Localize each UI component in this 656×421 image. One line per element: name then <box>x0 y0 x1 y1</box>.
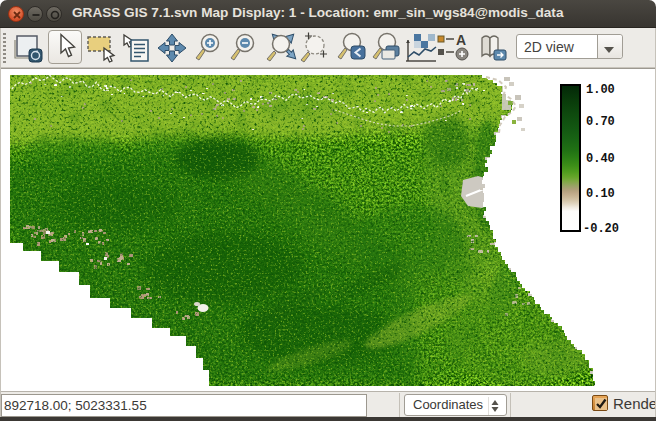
svg-text:1.00: 1.00 <box>586 83 615 97</box>
svg-text:0.10: 0.10 <box>586 187 615 201</box>
svg-text:0.40: 0.40 <box>586 152 615 166</box>
svg-text:0.70: 0.70 <box>586 115 615 129</box>
svg-text:A: A <box>456 32 466 48</box>
svg-text:-0.20: -0.20 <box>583 222 619 236</box>
